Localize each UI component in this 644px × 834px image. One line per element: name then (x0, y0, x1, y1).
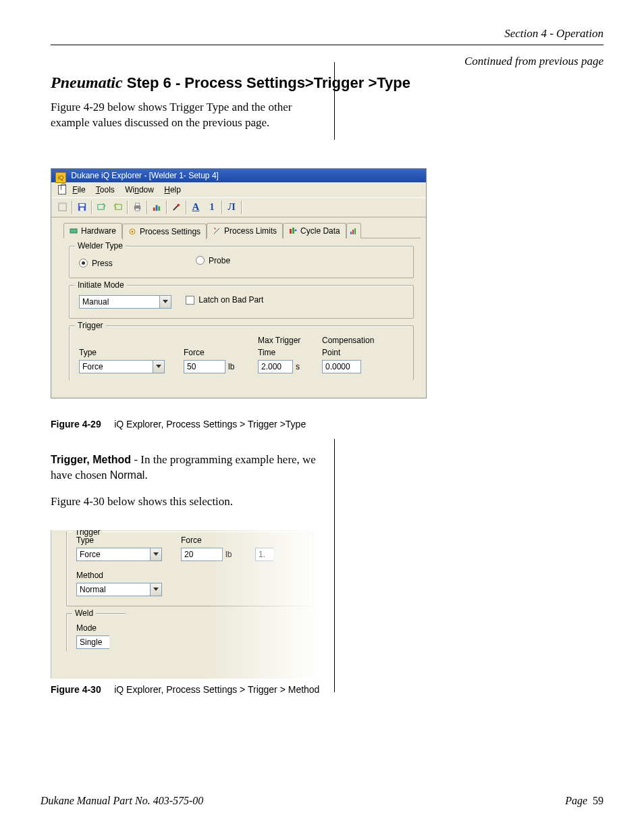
trigger-force-label-2: Force (181, 536, 255, 545)
group-welder-type: Welder Type Press Probe (69, 246, 414, 278)
page-title: Pneumatic Step 6 - Process Settings>Trig… (51, 74, 603, 92)
toolbar-btn-a[interactable]: A (188, 199, 204, 215)
tab-hardware[interactable]: Hardware (63, 223, 122, 238)
print-icon[interactable] (129, 199, 145, 215)
svg-rect-21 (354, 228, 356, 234)
tab-strip: Hardware Process Settings Process Limits… (51, 217, 426, 240)
method-combo[interactable]: Normal (76, 583, 181, 596)
footer-part-no: Dukane Manual Part No. 403-575-00 (41, 795, 203, 807)
svg-rect-20 (352, 230, 354, 234)
partial-field[interactable]: 1. (255, 548, 273, 561)
toolbar: A 1 Л (51, 197, 426, 217)
toolbar-btn-probe[interactable] (168, 199, 184, 215)
trigger-legend: Trigger (75, 321, 106, 330)
group-trigger: Trigger Type Force Force 50lb Max Trigge… (69, 325, 414, 380)
tab-extra[interactable] (346, 223, 361, 238)
radio-press[interactable]: Press (79, 259, 113, 268)
checkbox-latch-bad-part[interactable]: Latch on Bad Part (186, 295, 263, 305)
svg-rect-2 (79, 204, 84, 207)
chevron-down-icon[interactable] (160, 295, 171, 309)
tab-pane: Welder Type Press Probe Initiate Mode Ma… (51, 240, 426, 398)
welder-type-legend: Welder Type (75, 241, 126, 251)
column-divider-2 (334, 439, 335, 692)
section-label: Section 4 - Operation (504, 27, 603, 41)
app-icon: iQ (55, 172, 66, 183)
page-header: Section 4 - Operation (51, 27, 603, 45)
trigger-legend-2: Trigger (72, 530, 103, 537)
trigger-type-label-2: Type (76, 536, 181, 545)
tab-cycle-data[interactable]: Cycle Data (283, 223, 346, 238)
figure-4-30-screenshot: Trigger Type Force Force 20lb 1. (51, 530, 321, 679)
figure-4-29-caption: Figure 4-29 iQ Explorer, Process Setting… (51, 419, 603, 429)
svg-rect-17 (292, 228, 294, 234)
svg-rect-0 (58, 203, 65, 211)
weld-legend: Weld (72, 608, 96, 618)
toolbar-btn-pi[interactable]: Л (223, 199, 240, 215)
svg-rect-16 (290, 229, 292, 234)
time-unit: s (296, 362, 300, 371)
comp-label2: Point (322, 348, 374, 357)
trigger-type-combo-2[interactable]: Force (76, 548, 181, 561)
max-trigger-label2: Time (258, 348, 322, 357)
method-label: Method (76, 571, 181, 580)
menu-window[interactable]: Window (125, 185, 154, 194)
group-trigger-2: Trigger Type Force Force 20lb 1. (66, 531, 313, 606)
toolbar-btn-export[interactable] (109, 199, 126, 215)
initiate-mode-legend: Initiate Mode (75, 280, 127, 290)
settings-icon (128, 228, 136, 236)
group-initiate-mode: Initiate Mode Manual Latch on Bad Part (69, 285, 414, 319)
tab-process-limits[interactable]: Process Limits (207, 223, 283, 238)
chevron-down-icon[interactable] (151, 583, 162, 596)
svg-point-15 (132, 230, 134, 232)
svg-rect-4 (97, 205, 103, 210)
initiate-mode-combo[interactable]: Manual (79, 295, 171, 309)
chevron-down-icon[interactable] (153, 360, 165, 373)
trigger-force-field-2[interactable]: 20 (181, 548, 223, 561)
weld-mode-combo[interactable]: Single (76, 635, 114, 649)
tab-process-settings[interactable]: Process Settings (122, 224, 207, 240)
force-unit: lb (228, 362, 234, 371)
window-titlebar[interactable]: iQ Dukane iQ Explorer - [Welder 1- Setup… (51, 169, 426, 182)
svg-rect-9 (153, 208, 155, 211)
svg-rect-13 (70, 229, 77, 233)
save-icon[interactable] (74, 199, 90, 215)
svg-rect-3 (80, 208, 84, 211)
trigger-method-paragraph: Trigger, Method - In the programming exa… (51, 452, 321, 484)
cycle-data-icon (289, 227, 297, 235)
trigger-force-label: Force (184, 348, 258, 357)
max-trigger-time-field[interactable]: 2.000 (258, 360, 293, 373)
svg-rect-5 (115, 205, 121, 210)
toolbar-btn-1[interactable] (54, 199, 70, 215)
fig30-intro: Figure 4-30 below shows this selection. (51, 494, 321, 510)
page-footer: Dukane Manual Part No. 403-575-00 Page 5… (41, 795, 603, 807)
toolbar-btn-chart[interactable] (149, 199, 165, 215)
figure-4-30-caption: Figure 4-30 iQ Explorer, Process Setting… (51, 684, 603, 695)
comp-point-field[interactable]: 0.0000 (322, 360, 361, 373)
weld-mode-label: Mode (76, 623, 117, 633)
title-pneumatic: Pneumatic (51, 74, 123, 91)
trigger-force-field[interactable]: 50 (184, 360, 225, 373)
figure-4-29-screenshot: iQ Dukane iQ Explorer - [Welder 1- Setup… (51, 168, 427, 398)
radio-probe[interactable]: Probe (196, 256, 230, 265)
chart-icon (350, 227, 358, 235)
menu-file[interactable]: File (72, 185, 85, 194)
menu-tools[interactable]: Tools (96, 185, 115, 194)
chevron-down-icon[interactable] (151, 548, 162, 561)
force-unit-2: lb (225, 550, 232, 559)
window-title: Dukane iQ Explorer - [Welder 1- Setup 4] (71, 171, 219, 180)
svg-rect-11 (158, 207, 160, 211)
limits-icon (213, 227, 221, 235)
toolbar-btn-1n[interactable]: 1 (204, 199, 220, 215)
toolbar-btn-import[interactable] (93, 199, 109, 215)
menu-help[interactable]: Help (164, 185, 181, 194)
document-icon (58, 185, 66, 194)
svg-rect-8 (135, 209, 139, 211)
intro-paragraph: Figure 4-29 below shows Trigger Type and… (51, 100, 321, 131)
trigger-type-combo[interactable]: Force (79, 360, 184, 373)
menubar: File Tools Window Help (51, 182, 426, 197)
trigger-type-label: Type (79, 348, 184, 357)
svg-rect-10 (155, 205, 157, 211)
group-weld: Weld Mode Single (66, 613, 126, 652)
comp-label1: Compensation (322, 336, 374, 345)
title-step: Step 6 - Process Settings>Trigger >Type (123, 74, 410, 91)
